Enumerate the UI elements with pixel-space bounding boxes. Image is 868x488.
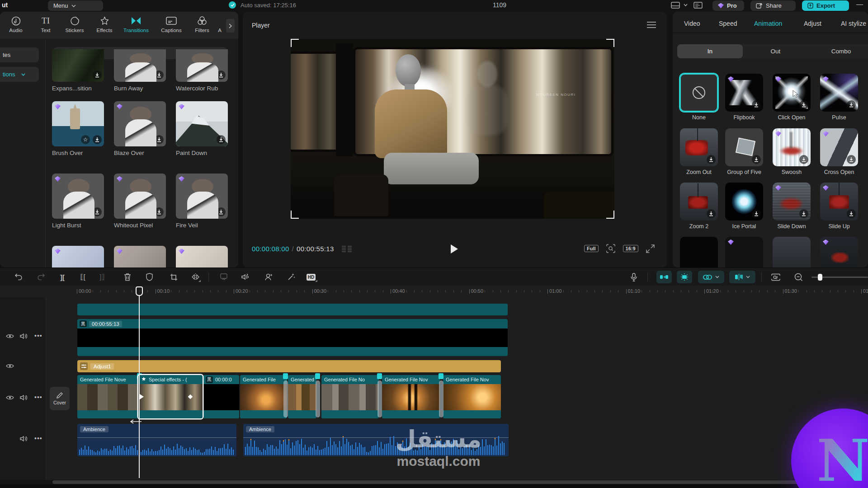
animation-card[interactable]: Pulse [820, 74, 858, 121]
black-video-track[interactable]: 黑 00:00:55:13 [77, 319, 508, 356]
transition-marker-cap[interactable] [377, 373, 382, 379]
animation-card-partial[interactable] [820, 237, 858, 267]
download-icon[interactable] [752, 100, 761, 109]
animation-card[interactable]: Slide Down [773, 183, 811, 230]
animation-card-partial[interactable] [773, 237, 811, 267]
tab-ai-stylize[interactable]: AI stylize [841, 20, 866, 27]
hd-quality-button[interactable]: HD [306, 272, 316, 282]
transition-card[interactable]: Burn Away [114, 49, 166, 92]
download-icon[interactable] [799, 100, 808, 109]
record-voiceover-button[interactable] [628, 272, 639, 282]
split-keep-right-button[interactable]: ]⟧ [97, 272, 108, 282]
download-icon[interactable] [847, 155, 856, 164]
redo-button[interactable] [35, 272, 46, 282]
playhead-handle[interactable] [136, 286, 143, 296]
tab-transitions[interactable]: Transitions [122, 15, 150, 33]
transition-marker-cap[interactable] [283, 373, 288, 379]
undo-button[interactable] [14, 272, 24, 282]
download-icon[interactable] [217, 135, 226, 144]
selection-corner[interactable] [606, 39, 614, 47]
transition-card[interactable]: Light Burst [52, 174, 104, 229]
animation-card[interactable]: Cross Open [820, 128, 858, 175]
timeline-clip-selected[interactable]: Special effects - ( [138, 375, 203, 418]
split-button[interactable]: ][ [57, 272, 68, 282]
download-icon[interactable] [752, 209, 761, 218]
download-icon[interactable] [707, 155, 716, 164]
segment-combo[interactable]: Combo [808, 44, 868, 58]
animation-card-partial[interactable] [725, 237, 763, 267]
tab-text[interactable]: TI Text [32, 15, 60, 33]
focus-zoom-icon[interactable] [606, 244, 615, 253]
download-icon[interactable] [93, 70, 102, 80]
ratio-button[interactable]: 16:9 [623, 245, 638, 252]
tab-speed[interactable]: Speed [719, 20, 737, 27]
character-effect-button[interactable] [263, 272, 274, 282]
segment-out[interactable]: Out [743, 44, 808, 58]
audio-extract-button[interactable] [240, 272, 250, 282]
timeline-clip[interactable]: Generated File Nov [382, 375, 440, 418]
animation-card-none[interactable]: None [680, 74, 718, 121]
timeline-clip[interactable]: Generated File Nove [77, 375, 138, 418]
download-icon[interactable] [752, 155, 761, 164]
split-keep-left-button[interactable]: ⟦[ [77, 272, 88, 282]
tab-video[interactable]: Video [684, 20, 700, 27]
toggle-visibility-icon[interactable] [6, 395, 14, 400]
timeline-clip[interactable]: Generated File No [321, 375, 379, 418]
download-icon[interactable] [847, 100, 856, 109]
timeline-clip[interactable]: Generated File [240, 375, 287, 418]
timeline-zoom-slider[interactable] [811, 277, 868, 278]
transition-card-partial[interactable] [114, 246, 166, 267]
play-button[interactable] [450, 244, 459, 254]
tab-adjust[interactable]: Adjust [804, 20, 821, 27]
toggle-mute-icon[interactable] [20, 333, 27, 339]
animation-card-partial[interactable] [680, 237, 718, 267]
transition-marker[interactable] [316, 380, 320, 418]
sidebar-category-favorites[interactable]: tes [0, 47, 39, 62]
horizontal-scrollbar-thumb[interactable] [52, 480, 868, 484]
animation-card[interactable]: Flipbook [725, 74, 763, 121]
selection-corner[interactable] [291, 211, 299, 219]
segment-in[interactable]: In [677, 44, 743, 58]
crop-button[interactable] [168, 272, 179, 282]
animation-card[interactable]: Ice Portal [725, 183, 763, 230]
share-button[interactable]: Share [750, 0, 796, 11]
link-materials-toggle-button[interactable] [698, 271, 724, 283]
track-more-options[interactable]: ••• [34, 435, 42, 442]
zoom-slider-handle[interactable] [818, 274, 822, 281]
timeline-scale-button[interactable] [770, 272, 781, 282]
tab-stickers[interactable]: Stickers [61, 15, 89, 33]
transition-marker[interactable] [283, 380, 288, 418]
layout-chevron-icon[interactable] [684, 4, 688, 6]
snap-toggle-button[interactable] [656, 271, 672, 283]
download-icon[interactable] [93, 135, 102, 144]
pro-badge[interactable]: Pro [712, 0, 744, 11]
transition-card[interactable]: Fire Veil [176, 174, 228, 229]
download-icon[interactable] [799, 209, 808, 218]
full-view-button[interactable]: Full [584, 245, 599, 252]
download-icon[interactable] [155, 135, 164, 144]
favorite-star-icon[interactable]: ☆ [81, 135, 90, 144]
animation-card[interactable]: Group of Five [725, 128, 763, 175]
ribbon-expand-button[interactable] [226, 19, 235, 33]
toggle-mute-icon[interactable] [20, 394, 27, 401]
smart-clip-button[interactable] [219, 272, 230, 282]
transition-marker[interactable] [377, 380, 382, 418]
tab-effects[interactable]: Effects [90, 15, 118, 33]
download-icon[interactable] [217, 207, 226, 216]
transition-card[interactable]: Paint Down [176, 101, 228, 156]
fullscreen-icon[interactable] [646, 244, 655, 253]
download-icon[interactable] [155, 207, 164, 216]
animation-card[interactable]: Zoom 2 [680, 183, 718, 230]
timeline-clip[interactable]: Generated [288, 375, 316, 418]
transition-card[interactable]: Whiteout Pixel [114, 174, 166, 229]
playhead-line[interactable] [139, 296, 140, 478]
timeline-clip-black[interactable]: 黑00:00:0 [203, 375, 239, 418]
player-menu-icon[interactable] [647, 22, 656, 28]
download-icon[interactable] [155, 70, 164, 80]
cover-button[interactable]: Cover [50, 387, 70, 410]
mask-shield-icon[interactable] [144, 272, 155, 282]
toggle-visibility-icon[interactable] [6, 333, 14, 339]
download-icon[interactable] [217, 70, 226, 80]
transition-marker-cap[interactable] [439, 373, 443, 379]
track-more-options[interactable]: ••• [34, 394, 42, 401]
